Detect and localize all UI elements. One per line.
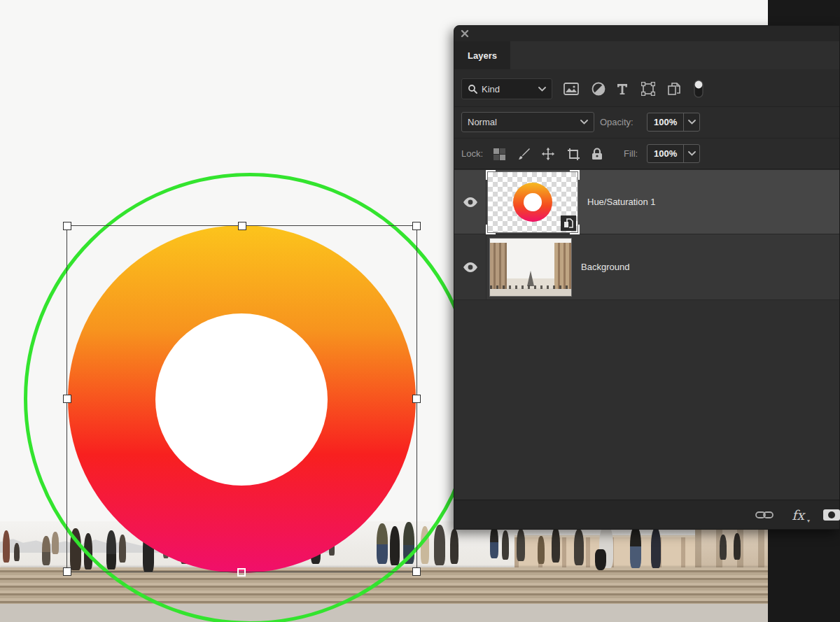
panel-tabstrip: Layers: [454, 41, 839, 69]
lock-label: Lock:: [461, 148, 483, 159]
filter-kind-dropdown[interactable]: Kind: [461, 78, 552, 99]
search-icon: [468, 84, 477, 94]
fill-value[interactable]: 100%: [648, 148, 683, 159]
lower-pavement: [0, 604, 768, 622]
filter-kind-label: Kind: [482, 84, 534, 94]
close-icon[interactable]: [461, 29, 469, 38]
lock-image-pixels-icon[interactable]: [516, 146, 533, 162]
layer-thumbnail[interactable]: [488, 172, 578, 232]
chevron-down-icon[interactable]: [684, 120, 699, 125]
lock-transparent-pixels-icon[interactable]: [491, 146, 507, 162]
filter-adjustment-layers-icon[interactable]: [589, 80, 608, 98]
fill-label: Fill:: [624, 148, 638, 159]
transform-handle-top-center[interactable]: [238, 222, 246, 230]
filter-row: Kind: [454, 69, 839, 107]
fill-field[interactable]: 100%: [647, 144, 700, 163]
layer-row-background[interactable]: Background: [454, 234, 839, 300]
filter-smart-objects-icon[interactable]: [665, 80, 683, 98]
filter-shape-layers-icon[interactable]: [639, 80, 657, 98]
filter-pixel-layers-icon[interactable]: [562, 80, 580, 98]
eiffel-tower-silhouette: [527, 271, 534, 286]
layer-name[interactable]: Hue/Saturation 1: [587, 197, 656, 207]
add-layer-mask-icon[interactable]: [822, 509, 840, 521]
panel-titlebar: [454, 26, 839, 41]
lock-position-icon[interactable]: [540, 146, 556, 162]
transform-handle-top-left[interactable]: [63, 222, 71, 230]
chevron-down-icon: [580, 120, 588, 125]
opacity-label: Opacity:: [600, 117, 634, 127]
layers-panel: Layers Kind: [454, 25, 840, 530]
visibility-toggle[interactable]: [454, 234, 486, 299]
tab-layers[interactable]: Layers: [454, 41, 510, 69]
chevron-down-icon: [538, 87, 546, 92]
layer-name[interactable]: Background: [581, 262, 629, 272]
visibility-toggle[interactable]: [454, 170, 486, 234]
layer-row-hue-saturation[interactable]: Hue/Saturation 1: [454, 170, 839, 234]
link-layers-icon[interactable]: [755, 510, 774, 520]
transform-handle-middle-left[interactable]: [63, 395, 71, 403]
chevron-down-icon: ▾: [807, 518, 810, 524]
eye-icon: [462, 197, 479, 208]
filter-toggle[interactable]: [690, 80, 708, 98]
layers-list: Hue/Saturation 1 Background: [454, 170, 839, 500]
blend-mode-dropdown[interactable]: Normal: [461, 112, 594, 132]
layer-thumbnail[interactable]: [490, 239, 571, 296]
chevron-down-icon[interactable]: [684, 151, 699, 156]
transform-handle-middle-right[interactable]: [412, 395, 421, 403]
panel-bottom-bar: fx ▾: [454, 500, 839, 529]
transform-handle-top-right[interactable]: [412, 222, 421, 230]
blend-row: Normal Opacity: 100%: [454, 108, 839, 139]
blend-mode-value: Normal: [468, 117, 580, 127]
lock-artboard-icon[interactable]: [565, 146, 582, 162]
transform-bounding-box[interactable]: [66, 225, 417, 572]
mini-donut: [513, 183, 552, 222]
opacity-value[interactable]: 100%: [648, 117, 683, 127]
lock-all-icon[interactable]: [589, 146, 606, 162]
fx-label: fx: [792, 507, 804, 523]
filter-type-layers-icon[interactable]: [613, 80, 631, 98]
transform-handle-bottom-right[interactable]: [412, 567, 421, 576]
layer-effects-button[interactable]: fx ▾: [792, 507, 804, 523]
opacity-field[interactable]: 100%: [647, 113, 700, 132]
tab-layers-label: Layers: [468, 50, 497, 61]
transform-handle-bottom-left[interactable]: [63, 567, 71, 576]
smart-object-badge-icon: [561, 215, 576, 231]
eye-icon: [462, 262, 479, 273]
lock-row: Lock: Fill: 100%: [454, 139, 839, 169]
transform-handle-bottom-center[interactable]: [237, 568, 246, 577]
